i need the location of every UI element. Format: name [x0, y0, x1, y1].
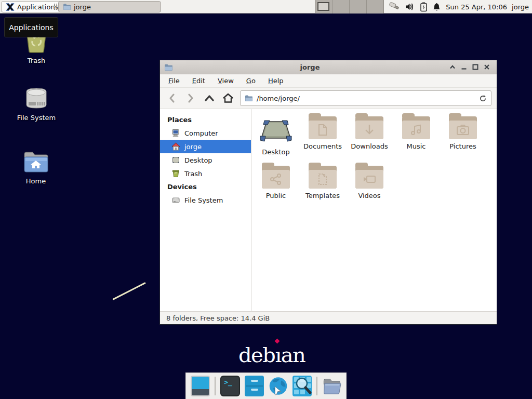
documents-folder-icon	[309, 116, 337, 139]
file-item-documents[interactable]: Documents	[300, 116, 345, 150]
sidebar-item-label: Computer	[184, 129, 218, 137]
workspace-4[interactable]	[367, 0, 383, 14]
file-item-label: Documents	[300, 142, 345, 150]
file-item-templates[interactable]: Templates	[300, 166, 345, 200]
back-button[interactable]	[165, 91, 179, 105]
file-item-downloads[interactable]: Downloads	[347, 116, 392, 150]
xfce-logo-icon	[6, 3, 15, 11]
menubar: File Edit View Go Help	[160, 74, 497, 88]
reload-icon[interactable]	[479, 95, 487, 102]
system-tray: Sun 25 Apr, 10:06 jorge	[385, 0, 532, 14]
menu-help[interactable]: Help	[268, 77, 284, 85]
home-button[interactable]	[221, 91, 235, 105]
hard-drive-icon	[23, 86, 49, 110]
stylus-icon[interactable]	[389, 2, 400, 12]
web-browser-launcher-icon[interactable]	[269, 376, 288, 396]
file-item-label: Templates	[300, 192, 345, 200]
files-view[interactable]: Desktop Documents Downloads	[251, 109, 497, 311]
file-item-public[interactable]: Public	[254, 166, 298, 200]
dock-separator	[215, 377, 216, 395]
sidebar-item-computer[interactable]: Computer	[160, 126, 251, 140]
close-button[interactable]	[481, 62, 493, 72]
battery-icon[interactable]	[420, 2, 428, 12]
path-text[interactable]: /home/jorge/	[257, 95, 475, 102]
notifications-bell-icon[interactable]	[432, 2, 441, 12]
file-manager-window: jorge File Edit View Go Help	[159, 60, 497, 325]
menu-view[interactable]: View	[218, 77, 234, 85]
menu-go[interactable]: Go	[246, 77, 256, 85]
applications-tooltip: Applications	[4, 17, 58, 37]
window-titlebar[interactable]: jorge	[160, 60, 497, 74]
file-item-label: Videos	[347, 192, 392, 200]
sidebar-header-devices: Devices	[160, 180, 251, 193]
debian-text: an	[281, 343, 305, 367]
file-item-label: Public	[254, 192, 298, 200]
workspace-3[interactable]	[350, 0, 367, 14]
workspace-2[interactable]	[332, 0, 350, 14]
sidebar-item-file-system[interactable]: File System	[160, 193, 251, 207]
file-cabinet-launcher-icon[interactable]	[245, 376, 264, 396]
desktop-desk-icon	[259, 116, 292, 143]
file-manager-launcher-icon[interactable]	[322, 376, 341, 396]
path-folder-icon	[245, 95, 253, 102]
volume-icon[interactable]	[405, 2, 415, 11]
sidebar-item-desktop[interactable]: Desktop	[160, 153, 251, 167]
top-panel: Applications jorge	[0, 0, 532, 14]
sidebar-item-trash[interactable]: Trash	[160, 167, 251, 180]
window-launcher-icon[interactable]	[191, 376, 210, 396]
file-item-music[interactable]: Music	[394, 116, 438, 150]
panel-username[interactable]: jorge	[512, 3, 529, 11]
statusbar: 8 folders, Free space: 14.4 GiB	[160, 311, 497, 324]
file-item-videos[interactable]: Videos	[347, 166, 392, 200]
up-button[interactable]	[203, 91, 216, 105]
app-finder-launcher-icon[interactable]	[292, 376, 312, 396]
clock[interactable]: Sun 25 Apr, 10:06	[446, 3, 507, 11]
file-item-label: Pictures	[441, 142, 485, 150]
toolbar: /home/jorge/	[160, 88, 497, 109]
debian-dotless-i: ı	[275, 343, 281, 367]
sidebar-item-label: Trash	[184, 170, 202, 178]
house-icon	[171, 142, 180, 151]
window-title: jorge	[173, 63, 447, 71]
desktop-icon-file-system[interactable]: File System	[13, 86, 60, 122]
sidebar-item-label: jorge	[184, 143, 202, 151]
stray-drawn-line	[112, 282, 146, 300]
menu-edit[interactable]: Edit	[192, 77, 205, 85]
trash-icon	[171, 169, 180, 178]
sidebar-item-label: File System	[184, 196, 223, 204]
downloads-folder-icon	[355, 116, 383, 139]
hard-drive-icon	[171, 196, 180, 204]
videos-folder-icon	[355, 166, 383, 189]
file-item-label: Music	[394, 142, 438, 150]
computer-icon	[171, 129, 180, 137]
maximize-button[interactable]	[470, 62, 481, 72]
location-bar[interactable]: /home/jorge/	[240, 90, 491, 106]
file-item-label: Downloads	[347, 142, 392, 150]
forward-button[interactable]	[184, 91, 197, 105]
taskbar-window-button[interactable]: jorge	[58, 1, 161, 12]
pictures-folder-icon	[449, 116, 477, 139]
desktop-icon-label: File System	[13, 114, 60, 122]
file-item-desktop[interactable]: Desktop	[254, 116, 298, 156]
music-folder-icon	[402, 116, 430, 139]
panel-handle[interactable]	[54, 4, 57, 10]
sidebar-header-places: Places	[160, 113, 251, 126]
workspace-switcher	[315, 0, 384, 14]
public-folder-icon	[262, 166, 290, 189]
minimize-button[interactable]	[458, 62, 470, 72]
menu-file[interactable]: File	[168, 77, 180, 85]
sidebar-item-jorge[interactable]: jorge	[160, 140, 251, 153]
file-item-pictures[interactable]: Pictures	[441, 116, 485, 150]
workspace-1[interactable]	[315, 0, 332, 14]
sidebar: Places Computer jo	[160, 109, 251, 311]
desktop-icon	[171, 156, 180, 164]
taskbar-window-label: jorge	[74, 3, 91, 11]
window-folder-icon	[164, 63, 173, 71]
magnifier-icon	[292, 376, 312, 396]
debian-text: deb	[238, 343, 275, 367]
terminal-launcher-icon[interactable]: >_	[220, 376, 240, 396]
desktop-icon-home[interactable]: Home	[12, 151, 59, 185]
dock-panel: >_	[185, 373, 347, 399]
sidebar-item-label: Desktop	[184, 156, 212, 164]
shade-button[interactable]	[447, 62, 458, 72]
